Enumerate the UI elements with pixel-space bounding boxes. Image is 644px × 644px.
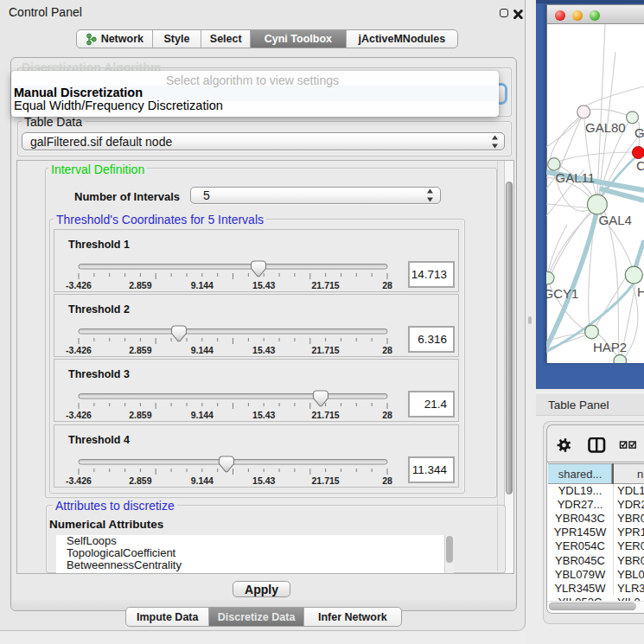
svg-text:21.715: 21.715	[312, 475, 340, 486]
svg-text:-3.426: -3.426	[66, 410, 92, 420]
svg-text:9.144: 9.144	[191, 345, 214, 355]
svg-text:HAP2: HAP2	[593, 340, 627, 354]
svg-text:28: 28	[382, 475, 392, 486]
svg-text:9.144: 9.144	[191, 280, 214, 290]
svg-text:28: 28	[382, 280, 392, 290]
svg-text:9.144: 9.144	[191, 475, 214, 486]
svg-text:GAL4: GAL4	[599, 213, 632, 227]
svg-text:-3.426: -3.426	[66, 280, 92, 290]
svg-text:2.859: 2.859	[129, 345, 151, 355]
svg-text:HI: HI	[637, 284, 644, 299]
svg-text:2.859: 2.859	[129, 280, 151, 290]
svg-text:15.43: 15.43	[252, 345, 275, 355]
svg-text:GAL80: GAL80	[585, 120, 626, 135]
svg-text:9.144: 9.144	[191, 410, 214, 420]
svg-text:15.43: 15.43	[252, 475, 275, 486]
svg-text:21.715: 21.715	[312, 280, 340, 290]
svg-text:CY: CY	[636, 158, 644, 173]
svg-text:-3.426: -3.426	[66, 345, 92, 355]
svg-text:15.43: 15.43	[252, 280, 275, 290]
svg-text:GCY1: GCY1	[546, 286, 578, 301]
svg-text:21.715: 21.715	[312, 345, 340, 355]
svg-text:15.43: 15.43	[252, 410, 275, 420]
svg-text:2.859: 2.859	[129, 475, 151, 486]
svg-text:-3.426: -3.426	[66, 475, 92, 486]
svg-text:GA: GA	[634, 125, 644, 140]
svg-text:GAL11: GAL11	[556, 170, 596, 185]
svg-text:21.715: 21.715	[312, 410, 340, 420]
svg-text:2.859: 2.859	[129, 410, 151, 420]
svg-text:28: 28	[382, 345, 392, 355]
svg-text:28: 28	[382, 410, 392, 420]
